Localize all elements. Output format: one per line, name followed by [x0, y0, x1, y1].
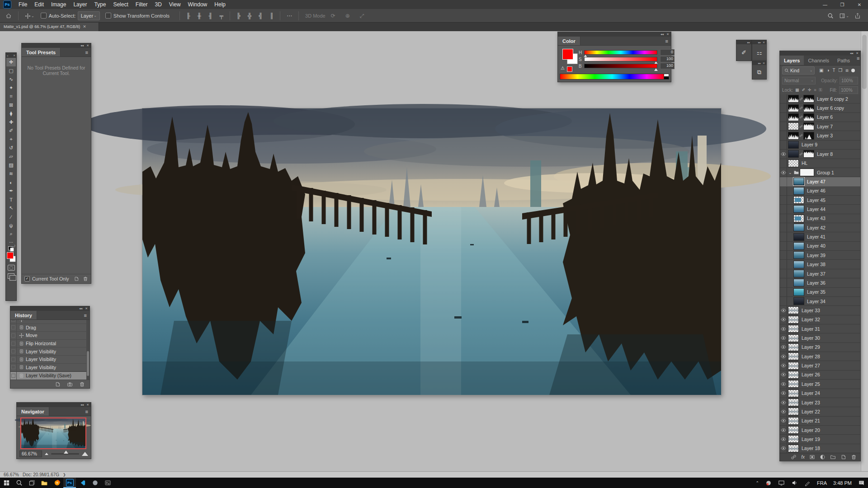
layer-visibility-toggle[interactable] [780, 352, 787, 361]
layer-thumbnail[interactable] [788, 399, 798, 406]
slider-thumb[interactable] [64, 450, 68, 454]
menu-edit[interactable]: Edit [31, 0, 47, 9]
layer-thumbnail[interactable] [794, 224, 804, 231]
gradient-tool-icon[interactable]: ▨ [6, 161, 16, 169]
lock-button-2[interactable]: ✛ [808, 88, 811, 93]
slider-value-field[interactable]: 0 [660, 49, 675, 56]
collapsed-properties-panel[interactable]: ▸▸✕ ⚏ [752, 40, 767, 61]
menu-filter[interactable]: Filter [132, 0, 151, 9]
brush-tool-icon[interactable]: ✐ [6, 127, 16, 135]
layer-row[interactable]: Layer 26 [780, 371, 860, 380]
layer-visibility-toggle[interactable] [780, 278, 787, 287]
taskbar-search[interactable] [13, 478, 25, 488]
zoom-tool-icon[interactable]: ⌕ [6, 230, 16, 238]
tab-paths[interactable]: Paths [833, 56, 854, 65]
close-panel-icon[interactable]: ✕ [13, 54, 15, 57]
layer-row[interactable]: Layer 39 [780, 251, 860, 260]
layer-row[interactable]: Layer 32 [780, 315, 860, 324]
close-tab-icon[interactable]: ✕ [83, 24, 86, 29]
new-document-from-state-icon[interactable] [55, 381, 61, 387]
layer-mask-thumbnail[interactable] [804, 132, 814, 139]
layer-thumbnail[interactable] [788, 123, 798, 130]
layer-visibility-toggle[interactable] [780, 288, 787, 296]
layer-thumbnail[interactable] [788, 380, 798, 387]
panel-menu-icon[interactable]: ≡ [83, 50, 91, 55]
panel-menu-icon[interactable]: ≡ [663, 38, 671, 44]
panel-menu-icon[interactable]: ≡ [83, 409, 91, 414]
filter-type-button-3[interactable]: ❒ [839, 68, 843, 73]
history-source-checkbox[interactable] [10, 356, 17, 363]
screen-mode-icon[interactable] [8, 273, 14, 279]
group-expand-caret[interactable]: ⌄ [788, 170, 793, 175]
layer-visibility-toggle[interactable] [780, 214, 787, 223]
filter-type-button-0[interactable]: ▣ [819, 68, 823, 73]
navigator-zoom-slider[interactable] [51, 453, 79, 455]
hidden-icons-chevron[interactable]: ⌃ [752, 478, 762, 488]
layer-style-icon[interactable]: fx [801, 455, 805, 460]
navigator-thumbnail[interactable] [21, 418, 85, 448]
distribute-button-2[interactable]: ╣ [256, 13, 265, 19]
collapse-panel-icon[interactable]: ◂◂ [850, 52, 853, 55]
layer-row[interactable]: Layer 6 [780, 113, 860, 122]
distribute-button-0[interactable]: ╠ [234, 13, 243, 19]
slider-value-field[interactable]: 100 [660, 63, 675, 69]
layer-thumbnail[interactable] [788, 307, 798, 314]
collapse-panel-icon[interactable]: ◂◂ [80, 44, 84, 47]
trash-icon[interactable] [851, 454, 857, 460]
navigator-zoom-field[interactable]: 66.67% [19, 450, 42, 457]
align-button-1[interactable]: ╫ [194, 13, 204, 19]
layer-visibility-toggle[interactable] [780, 417, 787, 425]
close-panel-icon[interactable]: ✕ [86, 403, 89, 407]
history-source-checkbox[interactable] [10, 347, 17, 355]
menu-type[interactable]: Type [90, 0, 109, 9]
layer-thumbnail[interactable] [788, 325, 798, 332]
layer-visibility-toggle[interactable] [780, 389, 787, 398]
layer-thumbnail[interactable] [788, 390, 798, 397]
layer-row[interactable]: Layer 35 [780, 288, 860, 297]
layer-visibility-toggle[interactable] [780, 205, 787, 213]
layer-visibility-toggle[interactable] [780, 444, 787, 453]
layer-visibility-toggle[interactable] [780, 297, 787, 305]
layer-thumbnail[interactable] [794, 279, 804, 286]
spectrum-bw-corner[interactable] [664, 74, 669, 80]
layer-visibility-toggle[interactable] [780, 141, 787, 149]
layer-row[interactable]: Layer 43 [780, 214, 860, 223]
close-panel-icon[interactable]: ✕ [856, 52, 859, 55]
layer-thumbnail[interactable] [788, 427, 798, 433]
panel-menu-icon[interactable]: ≡ [854, 56, 862, 65]
layer-visibility-toggle[interactable] [780, 260, 787, 268]
layer-row[interactable]: Layer 33 [780, 306, 860, 315]
layer-visibility-toggle[interactable] [780, 426, 787, 434]
taskbar-app[interactable] [89, 478, 101, 488]
notifications-icon[interactable] [855, 478, 868, 488]
auto-select-target-dropdown[interactable]: Layer⌄ [78, 11, 100, 20]
layer-thumbnail[interactable] [794, 178, 804, 185]
collapse-panel-icon[interactable]: » [7, 54, 8, 57]
quick-selection-tool-icon[interactable]: ✦ [6, 84, 16, 92]
panel-menu-icon[interactable]: ≡ [81, 313, 90, 318]
layer-thumbnail[interactable] [788, 150, 798, 157]
layer-visibility-toggle[interactable] [780, 324, 787, 333]
pen-tool-icon[interactable]: ✒ [6, 187, 16, 195]
slider-thumb[interactable] [654, 68, 658, 71]
layer-row[interactable]: Layer 3 [780, 131, 860, 140]
align-button-2[interactable]: ╢ [206, 13, 215, 19]
layer-thumbnail[interactable] [788, 371, 798, 378]
zoom-in-icon[interactable] [82, 452, 88, 456]
line-tool-icon[interactable]: ∕ [6, 212, 16, 221]
status-options-arrow[interactable]: ❯ [63, 473, 66, 477]
auto-select-checkbox[interactable] [41, 13, 47, 19]
layer-row[interactable]: Layer 42 [780, 223, 860, 232]
zoom-level[interactable]: 66.67% [4, 472, 19, 477]
taskbar-firefox[interactable] [51, 478, 63, 488]
3d-mode-button-0[interactable]: ⟳ [328, 13, 338, 19]
layer-visibility-toggle[interactable] [780, 159, 787, 168]
layer-row[interactable]: Layer 34 [780, 297, 860, 306]
filter-toggle[interactable] [851, 69, 855, 72]
search-icon[interactable] [825, 12, 836, 19]
history-step[interactable]: Layer Visibility [10, 356, 90, 364]
trash-icon[interactable] [83, 276, 88, 282]
layer-row[interactable]: ⌄Group 1 [780, 168, 860, 177]
more-options-icon[interactable]: ⋯ [284, 13, 295, 19]
history-source-checkbox[interactable] [10, 340, 17, 347]
